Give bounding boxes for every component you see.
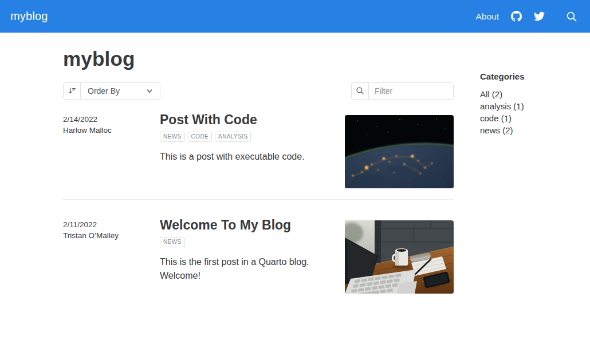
post-title-link[interactable]: Post With Code: [160, 112, 345, 127]
listing-main: myblog Order By: [63, 48, 454, 294]
filter-group: [351, 82, 454, 100]
post-row-post-with-code: 2/14/2022 Harlow Malloc Post With Code N…: [63, 112, 454, 188]
navbar: myblog About: [0, 0, 590, 33]
categories-list: All (2) analysis (1) code (1) news (2): [480, 88, 572, 136]
category-code[interactable]: code (1): [480, 112, 572, 124]
post-tags: NEWS: [160, 237, 345, 247]
post-divider: [63, 199, 454, 200]
post-row-welcome: 2/11/2022 Tristan O’Malley Welcome To My…: [63, 217, 454, 294]
post-body: Post With Code NEWS CODE ANALYSIS This i…: [160, 112, 345, 164]
nav-link-about[interactable]: About: [475, 11, 499, 22]
post-date: 2/11/2022: [63, 219, 160, 231]
earth-at-night-thumbnail[interactable]: [345, 115, 454, 188]
post-meta: 2/11/2022 Tristan O’Malley: [63, 217, 160, 242]
post-title-link[interactable]: Welcome To My Blog: [160, 217, 345, 232]
search-icon[interactable]: [566, 11, 577, 22]
navbar-brand[interactable]: myblog: [10, 10, 48, 23]
tag-news[interactable]: NEWS: [160, 237, 185, 247]
tag-news[interactable]: NEWS: [160, 132, 185, 142]
post-author: Harlow Malloc: [63, 125, 160, 136]
category-analysis[interactable]: analysis (1): [480, 100, 572, 112]
filter-input[interactable]: [369, 83, 453, 99]
order-by-select[interactable]: Order By: [81, 83, 160, 99]
post-description: This is a post with executable code.: [160, 150, 332, 164]
categories-sidebar: Categories All (2) analysis (1) code (1)…: [480, 72, 572, 136]
desk-with-laptop-thumbnail[interactable]: [345, 220, 454, 294]
sort-amount-down-icon: [64, 83, 81, 99]
tag-analysis[interactable]: ANALYSIS: [215, 132, 251, 142]
categories-heading: Categories: [480, 72, 572, 81]
navbar-right: About: [475, 11, 577, 22]
page-title: myblog: [63, 48, 454, 70]
filter-search-icon: [352, 83, 369, 99]
post-tags: NEWS CODE ANALYSIS: [160, 132, 345, 142]
tag-code[interactable]: CODE: [188, 132, 213, 142]
github-icon[interactable]: [511, 11, 522, 22]
category-all[interactable]: All (2): [480, 88, 572, 100]
post-description: This is the first post in a Quarto blog.…: [160, 255, 332, 283]
post-body: Welcome To My Blog NEWS This is the firs…: [160, 217, 345, 283]
order-by-label: Order By: [88, 86, 120, 96]
category-news[interactable]: news (2): [480, 124, 572, 136]
twitter-icon[interactable]: [534, 11, 545, 22]
listing-toolbar: Order By: [63, 82, 454, 100]
chevron-down-icon: [146, 88, 153, 94]
order-by-dropdown[interactable]: Order By: [63, 82, 160, 100]
post-date: 2/14/2022: [63, 114, 160, 125]
post-meta: 2/14/2022 Harlow Malloc: [63, 112, 160, 136]
post-author: Tristan O’Malley: [63, 230, 160, 242]
